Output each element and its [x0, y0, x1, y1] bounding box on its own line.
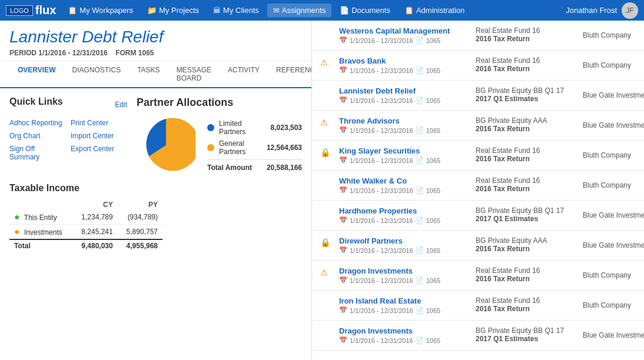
- feed-company: Blue Gate Investments: [583, 86, 644, 104]
- ql-grid: Adhoc Reporting Print Center Org Chart I…: [9, 118, 127, 162]
- feed-doc-type: 2016 Tax Return: [476, 245, 576, 253]
- list-item[interactable]: 🔒 King Slayer Securities 📅 1/1/2016 - 12…: [312, 141, 644, 171]
- feed-meta: 📅 1/1/2016 - 12/31/2016 📄 1065: [339, 96, 469, 104]
- taxable-income: Taxable Income CY PY ● This Entity: [0, 183, 311, 261]
- ti-entity-investments: ● Investments: [9, 225, 72, 240]
- doc-icon: 📄: [416, 96, 424, 104]
- ql-adhoc-reporting[interactable]: Adhoc Reporting: [9, 118, 66, 128]
- feed-company: Bluth Company: [583, 296, 644, 314]
- pa-total: Total Amount 20,588,166: [207, 159, 302, 172]
- nav-my-projects[interactable]: 📁 My Projects: [141, 4, 205, 17]
- lp-label: Limited Partners: [219, 119, 266, 136]
- feed-company: Blue Gate Investments: [583, 326, 644, 344]
- list-item[interactable]: White Walker & Co 📅 1/1/2016 - 12/31/201…: [312, 171, 644, 201]
- tab-overview[interactable]: OVERVIEW: [9, 61, 64, 88]
- feed-status-icon: [320, 26, 332, 44]
- list-item[interactable]: Westeros Capital Management 📅 1/1/2016 -…: [312, 21, 644, 51]
- doc-icon: 📄: [416, 36, 424, 44]
- feed-left: Hardhome Properties 📅 1/1/2016 - 12/31/2…: [339, 206, 469, 224]
- feed-doc-type: 2016 Tax Return: [476, 155, 576, 163]
- feed-doc-type: 2017 Q1 Estimates: [476, 335, 576, 343]
- list-item[interactable]: Hardhome Properties 📅 1/1/2016 - 12/31/2…: [312, 201, 644, 231]
- feed-status-icon: 🔒: [320, 236, 332, 254]
- feed-left: White Walker & Co 📅 1/1/2016 - 12/31/201…: [339, 176, 469, 194]
- doc-icon: 📄: [416, 186, 424, 194]
- list-item[interactable]: ⚠ Throne Advisors 📅 1/1/2016 - 12/31/201…: [312, 111, 644, 141]
- feed-doc-type: 2017 Q1 Estimates: [476, 95, 576, 103]
- feed-middle: Real Estate Fund 16 2016 Tax Return: [476, 56, 576, 74]
- avatar[interactable]: JF: [622, 2, 638, 19]
- warning-icon: ⚠: [320, 118, 328, 127]
- tab-tasks[interactable]: TASKS: [129, 61, 168, 88]
- feed-meta: 📅 1/1/2016 - 12/31/2016 📄 1065: [339, 36, 469, 44]
- feed-meta: 📅 1/1/2016 - 12/31/2016 📄 1065: [339, 306, 469, 314]
- feed-form: 1065: [426, 307, 440, 314]
- feed-client-name: White Walker & Co: [339, 176, 469, 185]
- tab-reference[interactable]: REFERENCE: [268, 61, 312, 88]
- feed-client-name: King Slayer Securities: [339, 146, 469, 155]
- nav-my-workpapers[interactable]: 📋 My Workpapers: [62, 4, 139, 17]
- client-header: Lannister Debt Relief PERIOD 1/1/2016 - …: [0, 21, 311, 61]
- feed-period: 1/1/2016 - 12/31/2016: [350, 217, 413, 224]
- lock-icon: 🔒: [320, 238, 330, 247]
- feed-client-name: Lannister Debt Relief: [339, 86, 469, 95]
- list-item[interactable]: Iron Island Real Estate 📅 1/1/2016 - 12/…: [312, 291, 644, 321]
- feed-middle: Real Estate Fund 16 2016 Tax Return: [476, 266, 576, 284]
- list-item[interactable]: ⚠ Bravos Bank 📅 1/1/2016 - 12/31/2016 📄 …: [312, 51, 644, 81]
- period-label: PERIOD: [9, 49, 36, 57]
- feed-fund: Real Estate Fund 16: [476, 266, 576, 275]
- gp-label: General Partners: [219, 139, 262, 156]
- ti-total-cy: 9,480,030: [72, 239, 117, 252]
- tab-diagnostics[interactable]: DIAGNOSTICS: [64, 61, 129, 88]
- nav-documents[interactable]: 📄 Documents: [334, 4, 396, 17]
- ql-org-chart[interactable]: Org Chart: [9, 131, 66, 141]
- ql-import-center[interactable]: Import Center: [71, 131, 127, 141]
- edit-link[interactable]: Edit: [115, 101, 127, 109]
- clients-icon: 🏛: [213, 6, 221, 15]
- ql-sign-off-summary[interactable]: Sign Off Summary: [9, 144, 66, 162]
- ti-col-py: PY: [118, 199, 162, 210]
- feed-doc-type: 2016 Tax Return: [476, 185, 576, 193]
- list-item[interactable]: Dragon Investments 📅 1/1/2016 - 12/31/20…: [312, 321, 644, 351]
- nav-administration[interactable]: 📋 Administration: [399, 4, 470, 17]
- list-item[interactable]: 🔒 Direwolf Partners 📅 1/1/2016 - 12/31/2…: [312, 231, 644, 261]
- doc-icon: 📄: [416, 336, 424, 344]
- ql-export-center[interactable]: Export Center: [71, 144, 127, 162]
- ti-investments-label: Investments: [24, 228, 62, 236]
- tab-activity[interactable]: ACTIVITY: [220, 61, 268, 88]
- tab-message-board[interactable]: MESSAGE BOARD: [168, 61, 220, 88]
- feed-doc-type: 2016 Tax Return: [476, 275, 576, 283]
- feed-middle: BG Private Equity BB Q1 17 2017 Q1 Estim…: [476, 326, 576, 344]
- feed-meta: 📅 1/1/2016 - 12/31/2016 📄 1065: [339, 156, 469, 164]
- calendar-icon: 📅: [339, 306, 347, 314]
- partner-allocations: Partner Allocations: [137, 96, 302, 175]
- feed-form: 1065: [426, 67, 440, 74]
- feed-client-name: Dragon Investments: [339, 326, 469, 335]
- feed-left: Direwolf Partners 📅 1/1/2016 - 12/31/201…: [339, 236, 469, 254]
- feed-period: 1/1/2016 - 12/31/2016: [350, 97, 413, 104]
- gp-dot: [207, 144, 214, 151]
- calendar-icon: 📅: [339, 246, 347, 254]
- feed-form: 1065: [426, 277, 440, 284]
- feed-status-icon: 🔒: [320, 146, 332, 164]
- feed-left: Bravos Bank 📅 1/1/2016 - 12/31/2016 📄 10…: [339, 56, 469, 74]
- feed-doc-type: 2016 Tax Return: [476, 35, 576, 43]
- feed-form: 1065: [426, 187, 440, 194]
- feed-form: 1065: [426, 247, 440, 254]
- table-row: ● Investments 8,245,241 5,890,757: [9, 225, 162, 240]
- assignments-icon: ✉: [273, 6, 280, 15]
- list-item[interactable]: Lannister Debt Relief 📅 1/1/2016 - 12/31…: [312, 81, 644, 111]
- ti-table: CY PY ● This Entity 1,234,789 (934,789): [9, 199, 162, 252]
- ql-header: Quick Links Edit: [9, 96, 127, 113]
- feed-fund: BG Private Equity BB Q1 17: [476, 206, 576, 215]
- doc-icon: 📄: [416, 276, 424, 284]
- feed-middle: BG Private Equity BB Q1 17 2017 Q1 Estim…: [476, 206, 576, 224]
- feed-form: 1065: [426, 157, 440, 164]
- client-name: Lannister Debt Relief: [9, 28, 302, 46]
- ql-print-center[interactable]: Print Center: [71, 118, 127, 128]
- nav-my-clients[interactable]: 🏛 My Clients: [207, 4, 265, 17]
- ti-col-cy: CY: [72, 199, 117, 210]
- nav-assignments[interactable]: ✉ Assignments: [267, 4, 331, 17]
- feed-doc-type: 2016 Tax Return: [476, 305, 576, 313]
- list-item[interactable]: ⚠ Dragon Investments 📅 1/1/2016 - 12/31/…: [312, 261, 644, 291]
